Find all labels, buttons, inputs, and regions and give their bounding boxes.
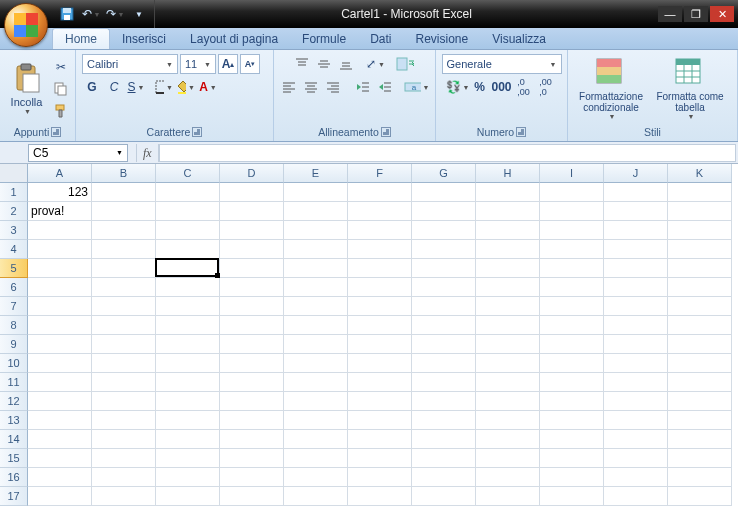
tab-dati[interactable]: Dati <box>358 29 403 49</box>
cell[interactable] <box>476 468 540 487</box>
cell[interactable] <box>284 297 348 316</box>
redo-icon[interactable]: ↷▼ <box>106 5 124 23</box>
decrease-indent-icon[interactable] <box>353 77 373 97</box>
cell[interactable] <box>284 430 348 449</box>
cell[interactable] <box>284 487 348 506</box>
cell[interactable] <box>92 354 156 373</box>
minimize-button[interactable]: — <box>658 6 682 22</box>
italic-button[interactable]: C <box>104 77 124 97</box>
cell[interactable] <box>156 373 220 392</box>
cell[interactable] <box>156 221 220 240</box>
cell[interactable] <box>412 487 476 506</box>
cell[interactable] <box>28 449 92 468</box>
cell[interactable] <box>28 335 92 354</box>
cell[interactable] <box>284 183 348 202</box>
cell[interactable] <box>604 430 668 449</box>
cell[interactable] <box>284 373 348 392</box>
column-header[interactable]: K <box>668 164 732 183</box>
cell[interactable] <box>412 354 476 373</box>
cell[interactable] <box>220 392 284 411</box>
cell[interactable] <box>348 487 412 506</box>
row-header[interactable]: 2 <box>0 202 28 221</box>
clipboard-launcher[interactable] <box>51 127 61 137</box>
cell[interactable] <box>156 411 220 430</box>
cell[interactable] <box>348 430 412 449</box>
row-header[interactable]: 14 <box>0 430 28 449</box>
cell[interactable] <box>284 278 348 297</box>
cell[interactable] <box>92 335 156 354</box>
column-header[interactable]: E <box>284 164 348 183</box>
cell[interactable] <box>92 221 156 240</box>
cell[interactable] <box>412 278 476 297</box>
align-bottom-icon[interactable] <box>336 54 356 74</box>
column-header[interactable]: C <box>156 164 220 183</box>
cell[interactable] <box>348 202 412 221</box>
cell[interactable] <box>668 259 732 278</box>
bold-button[interactable]: G <box>82 77 102 97</box>
cell[interactable] <box>348 335 412 354</box>
row-header[interactable]: 7 <box>0 297 28 316</box>
cell[interactable] <box>668 316 732 335</box>
decrease-decimal-icon[interactable]: ,00,0 <box>536 77 556 97</box>
paste-button[interactable]: Incolla ▼ <box>4 56 49 122</box>
tab-home[interactable]: Home <box>52 28 110 49</box>
border-icon[interactable]: ▼ <box>154 77 174 97</box>
cell[interactable] <box>28 354 92 373</box>
cell[interactable] <box>668 335 732 354</box>
shrink-font-icon[interactable]: A▾ <box>240 54 260 74</box>
tab-revisione[interactable]: Revisione <box>403 29 480 49</box>
cell[interactable] <box>412 240 476 259</box>
cell[interactable] <box>604 392 668 411</box>
cell[interactable] <box>348 259 412 278</box>
cell[interactable] <box>476 354 540 373</box>
cell[interactable] <box>412 430 476 449</box>
cell[interactable] <box>92 392 156 411</box>
office-button[interactable] <box>4 3 48 47</box>
cell[interactable] <box>412 411 476 430</box>
cell[interactable] <box>348 468 412 487</box>
row-header[interactable]: 6 <box>0 278 28 297</box>
cell[interactable] <box>476 297 540 316</box>
cell[interactable] <box>412 259 476 278</box>
cell[interactable] <box>668 240 732 259</box>
cell[interactable] <box>284 449 348 468</box>
cell[interactable] <box>668 487 732 506</box>
cell[interactable] <box>92 411 156 430</box>
cell[interactable] <box>540 335 604 354</box>
cell[interactable] <box>604 487 668 506</box>
row-header[interactable]: 5 <box>0 259 28 278</box>
cell[interactable] <box>476 411 540 430</box>
cell[interactable] <box>156 259 220 278</box>
row-header[interactable]: 11 <box>0 373 28 392</box>
row-header[interactable]: 12 <box>0 392 28 411</box>
cell[interactable] <box>412 183 476 202</box>
cell[interactable] <box>668 430 732 449</box>
cell[interactable] <box>412 392 476 411</box>
cell[interactable] <box>220 259 284 278</box>
cell[interactable] <box>284 411 348 430</box>
thousands-icon[interactable]: 000 <box>492 77 512 97</box>
cut-icon[interactable]: ✂ <box>51 57 71 77</box>
select-all-corner[interactable] <box>0 164 28 183</box>
cell[interactable] <box>604 221 668 240</box>
column-header[interactable]: D <box>220 164 284 183</box>
cell[interactable] <box>348 392 412 411</box>
cell[interactable] <box>284 316 348 335</box>
cell[interactable] <box>348 278 412 297</box>
cell[interactable] <box>540 297 604 316</box>
cell[interactable] <box>220 202 284 221</box>
cell[interactable] <box>476 259 540 278</box>
cell[interactable] <box>412 468 476 487</box>
cell[interactable] <box>348 411 412 430</box>
cell[interactable] <box>540 221 604 240</box>
cell[interactable] <box>28 316 92 335</box>
cell[interactable] <box>540 411 604 430</box>
cell[interactable] <box>92 430 156 449</box>
align-top-icon[interactable] <box>292 54 312 74</box>
row-header[interactable]: 4 <box>0 240 28 259</box>
cell[interactable] <box>156 202 220 221</box>
cell[interactable] <box>540 316 604 335</box>
cell[interactable] <box>540 468 604 487</box>
cell[interactable] <box>284 221 348 240</box>
row-header[interactable]: 3 <box>0 221 28 240</box>
